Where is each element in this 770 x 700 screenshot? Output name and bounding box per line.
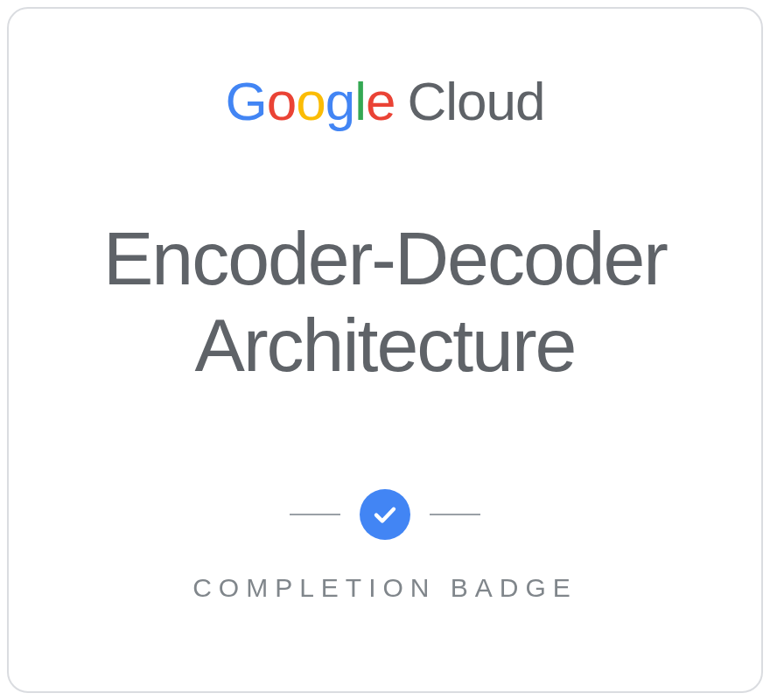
badge-card: Google Cloud Encoder-Decoder Architectur… (7, 7, 763, 693)
brand-logo-row: Google Cloud (226, 70, 545, 132)
title-line-2: Architecture (103, 302, 667, 388)
google-logo: Google (226, 70, 396, 132)
product-name: Cloud (407, 70, 544, 132)
divider-row (290, 489, 480, 540)
divider-line-right (430, 514, 480, 515)
divider-line-left (290, 514, 340, 515)
checkmark-circle-icon (360, 489, 410, 540)
badge-title: Encoder-Decoder Architecture (103, 215, 667, 388)
checkmark-icon (372, 501, 398, 528)
title-line-1: Encoder-Decoder (103, 215, 667, 302)
footer-label: COMPLETION BADGE (192, 573, 578, 603)
